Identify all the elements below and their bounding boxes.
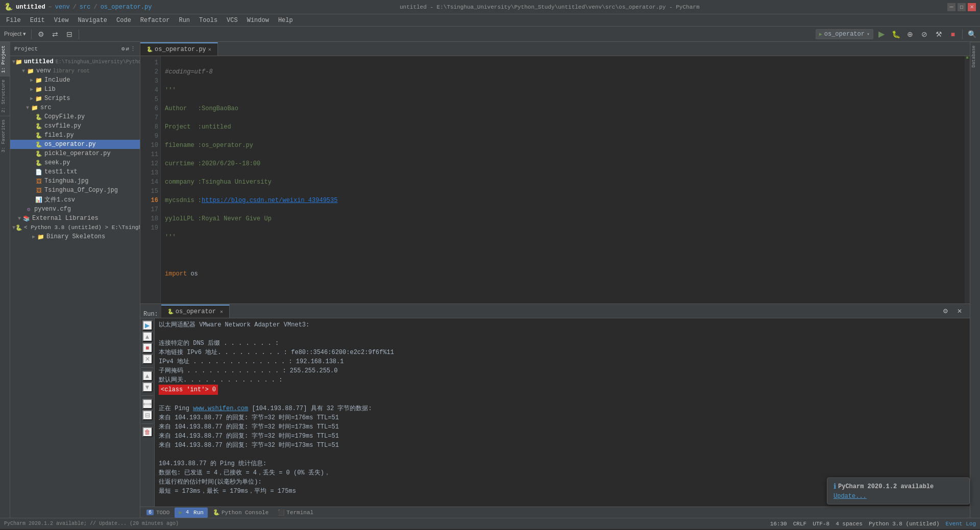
tree-src[interactable]: ▼ 📁 src: [10, 103, 140, 112]
run-tab-os-operator[interactable]: 🐍 os_operator ✕: [161, 305, 230, 318]
run-button[interactable]: ▶: [875, 28, 888, 40]
run-filter-btn[interactable]: ⊟: [142, 410, 153, 420]
run-close-btn[interactable]: ✕: [953, 305, 966, 317]
gear-icon[interactable]: ⚙: [121, 45, 125, 52]
tree-scripts[interactable]: ▶ 📁 Scripts: [10, 94, 140, 103]
tree-binary[interactable]: ▶ 📁 Binary Skeletons: [10, 232, 140, 241]
open-settings-btn[interactable]: ⚙: [35, 28, 47, 40]
run-stop-btn[interactable]: ■: [142, 343, 153, 353]
btab-python-console[interactable]: 🐍 Python Console: [209, 508, 273, 518]
breadcrumb-src[interactable]: src: [80, 4, 91, 11]
menu-code[interactable]: Code: [112, 16, 135, 25]
tree-pickle[interactable]: 🐍 pickle_operator.py: [10, 149, 140, 158]
run-delete-btn[interactable]: 🗑: [142, 427, 153, 437]
tree-copyfile[interactable]: 🐍 CopyFile.py: [10, 112, 140, 121]
menu-vcs[interactable]: VCS: [223, 16, 242, 25]
sync-icon[interactable]: ⇄: [126, 45, 129, 52]
menu-help[interactable]: Help: [274, 16, 297, 25]
tab-project[interactable]: 1: Project: [0, 42, 10, 76]
debug-button[interactable]: 🐛: [890, 28, 902, 40]
build-button[interactable]: ⚒: [933, 28, 945, 40]
tree-seek[interactable]: 🐍 seek.py: [10, 158, 140, 167]
tab-os-operator[interactable]: 🐍 os_operator.py ✕: [140, 42, 218, 56]
statusbar-python[interactable]: Python 3.8 (untitled): [869, 521, 940, 527]
project-dropdown[interactable]: Project ▾: [2, 28, 28, 40]
tree-ext-libs[interactable]: ▼ 📚 External Libraries: [10, 214, 140, 223]
run-settings-btn[interactable]: ⚙: [939, 305, 951, 317]
tab-favorites[interactable]: 3: Favorites: [0, 116, 10, 156]
minimize-button[interactable]: ─: [947, 3, 955, 11]
run-play-btn[interactable]: ▶: [142, 320, 153, 331]
stop-button[interactable]: ■: [947, 28, 959, 40]
run-tab-close[interactable]: ✕: [220, 309, 223, 315]
run-config-name[interactable]: os_operator: [824, 31, 865, 38]
maximize-button[interactable]: □: [958, 3, 966, 11]
btab-terminal[interactable]: ⬛ Terminal: [274, 508, 317, 518]
csv-icon-1: 📊: [35, 196, 43, 204]
menu-view[interactable]: View: [50, 16, 73, 25]
statusbar: PyCharm 2020.1.2 available; // Update...…: [0, 518, 980, 529]
run-rerun-btn[interactable]: ▲: [142, 332, 153, 342]
tab-database[interactable]: Database: [970, 42, 980, 70]
statusbar-charset[interactable]: UTF-8: [813, 521, 829, 527]
btab-run[interactable]: ▶ 4 Run: [175, 508, 207, 518]
run-close-panel-btn[interactable]: ✕: [142, 354, 153, 364]
tree-lib-label: Lib: [44, 86, 56, 93]
console-line-1: 以太网适配器 VMware Network Adapter VMnet3:: [159, 320, 966, 330]
notification-header: ℹ PyCharm 2020.1.2 available: [834, 482, 963, 491]
breadcrumb-file[interactable]: os_operator.py: [101, 4, 152, 11]
statusbar-crlf[interactable]: CRLF: [793, 521, 806, 527]
coverage-button[interactable]: ⊕: [904, 28, 916, 40]
tree-venv[interactable]: ▼ 📁 venv library root: [10, 66, 140, 75]
code-line-3: Author :SongBaoBao: [165, 104, 961, 113]
notification-popup: ℹ PyCharm 2020.1.2 available Update...: [827, 477, 970, 504]
btab-todo[interactable]: 6 TODO: [142, 508, 174, 518]
collapse-all-btn[interactable]: ⊟: [63, 28, 76, 40]
tree-csv1[interactable]: 📊 文件1.csv: [10, 195, 140, 205]
profile-button[interactable]: ⊘: [918, 28, 930, 40]
close-button[interactable]: ✕: [968, 3, 976, 11]
statusbar-indent[interactable]: 4 spaces: [836, 521, 863, 527]
tree-tsinghua-jpg[interactable]: 🖼 Tsinghua.jpg: [10, 176, 140, 186]
menu-tools[interactable]: Tools: [195, 16, 222, 25]
menu-edit[interactable]: Edit: [26, 16, 49, 25]
run-scroll-up-btn[interactable]: ▲: [142, 371, 153, 381]
tree-include[interactable]: ▶ 📁 Include: [10, 75, 140, 85]
menu-navigate[interactable]: Navigate: [74, 16, 111, 25]
code-content[interactable]: #coding=utf-8 ''' Author :SongBaoBao Pro…: [161, 56, 965, 304]
breadcrumb-venv[interactable]: venv: [55, 4, 70, 11]
tree-pyvenv[interactable]: ⚙ pyvenv.cfg: [10, 205, 140, 214]
tab-structure[interactable]: 2: Structure: [0, 76, 10, 116]
menu-refactor[interactable]: Refactor: [136, 16, 174, 25]
console-line-9: [159, 395, 966, 404]
menu-file[interactable]: File: [2, 16, 25, 25]
tree-root[interactable]: ▼ 📁 untitled E:\Tsinghua_University\Pyth…: [10, 57, 140, 66]
console-line-4: 本地链接 IPv6 地址. . . . . . . . . : fe80::35…: [159, 348, 966, 357]
tree-test1-label: test1.txt: [44, 168, 78, 175]
statusbar-left: PyCharm 2020.1.2 available; // Update...…: [4, 521, 179, 526]
settings-icon[interactable]: ⋮: [130, 45, 136, 52]
tree-tsinghua-copy[interactable]: 🖼 Tsinghua_Of_Copy.jpg: [10, 186, 140, 195]
run-wrap-btn[interactable]: ⟺: [142, 399, 153, 409]
tree-arrow-lib: ▶: [29, 86, 35, 92]
run-config-arrow[interactable]: ▾: [867, 31, 870, 37]
sync-btn[interactable]: ⇄: [49, 28, 61, 40]
tree-os-operator[interactable]: 🐍 os_operator.py: [10, 140, 140, 149]
tree-test1[interactable]: 📄 test1.txt: [10, 167, 140, 176]
tree-pickle-label: pickle_operator.py: [44, 150, 111, 157]
menu-window[interactable]: Window: [243, 16, 273, 25]
ping-url[interactable]: www.wshifen.com: [193, 405, 248, 412]
search-everywhere-btn[interactable]: 🔍: [966, 28, 978, 40]
menu-run[interactable]: Run: [175, 16, 194, 25]
statusbar-event-log[interactable]: Event Log: [946, 521, 976, 527]
tree-lib[interactable]: ▶ 📁 Lib: [10, 85, 140, 94]
tree-python38[interactable]: ▼ 🐍 < Python 3.8 (untitled) > E:\Tsinghu…: [10, 223, 140, 232]
code-line-10: ''': [165, 233, 961, 242]
run-scroll-down-btn[interactable]: ▼: [142, 382, 153, 392]
highlighted-output: <class 'int'> 0: [159, 385, 218, 395]
tree-file1[interactable]: 🐍 file1.py: [10, 131, 140, 140]
tab-close-btn[interactable]: ✕: [208, 46, 211, 53]
tree-venv-label: venv: [36, 67, 51, 74]
tree-csvfile[interactable]: 🐍 csvfile.py: [10, 121, 140, 131]
notification-update-link[interactable]: Update...: [834, 493, 867, 500]
